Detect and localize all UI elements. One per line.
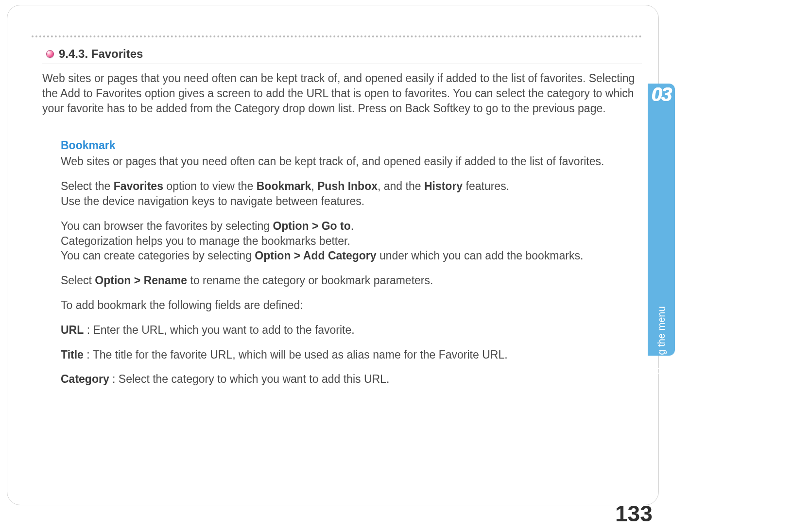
- chapter-label: Using the menu: [656, 306, 667, 374]
- text: Use the device navigation keys to naviga…: [61, 195, 364, 207]
- page-frame: 9.4.3. Favorites Web sites or pages that…: [7, 5, 659, 505]
- text: Categorization helps you to manage the b…: [61, 235, 350, 247]
- field-title-text: : The title for the favorite URL, which …: [84, 348, 508, 361]
- text: ,: [311, 180, 317, 192]
- field-url: URL : Enter the URL, which you want to a…: [61, 323, 642, 338]
- text: under which you can add the bookmarks.: [377, 249, 584, 262]
- text: option to view the: [163, 180, 257, 192]
- page-number: 133: [615, 500, 653, 527]
- section-intro: Web sites or pages that you need often c…: [42, 71, 642, 116]
- bold-option-rename: Option > Rename: [95, 274, 187, 287]
- bookmark-block: Bookmark Web sites or pages that you nee…: [61, 138, 642, 387]
- text: to rename the category or bookmark param…: [187, 274, 433, 287]
- bold-option-add-category: Option > Add Category: [255, 249, 376, 262]
- bookmark-p3: You can browser the favorites by selecti…: [61, 219, 642, 263]
- bookmark-p5: To add bookmark the following fields are…: [61, 298, 642, 313]
- bookmark-p2: Select the Favorites option to view the …: [61, 179, 642, 209]
- text: features.: [463, 180, 509, 192]
- text: Select the: [61, 180, 114, 192]
- field-category-text: : Select the category to which you want …: [109, 373, 390, 385]
- dotted-divider: [32, 35, 642, 37]
- section-title: 9.4.3. Favorites: [59, 47, 143, 61]
- bold-bookmark: Bookmark: [257, 180, 311, 192]
- chapter-number: 03: [648, 84, 675, 105]
- bookmark-p4: Select Option > Rename to rename the cat…: [61, 273, 642, 288]
- field-url-label: URL: [61, 324, 84, 336]
- text: Select: [61, 274, 95, 287]
- section-underline: [42, 64, 642, 64]
- field-url-text: : Enter the URL, which you want to add t…: [84, 324, 354, 336]
- text: , and the: [378, 180, 424, 192]
- field-category-label: Category: [61, 373, 109, 385]
- text: You can create categories by selecting: [61, 249, 255, 262]
- text: .: [351, 220, 354, 232]
- bold-push-inbox: Push Inbox: [317, 180, 378, 192]
- bold-favorites: Favorites: [114, 180, 163, 192]
- field-title-label: Title: [61, 348, 84, 361]
- text: You can browser the favorites by selecti…: [61, 220, 273, 232]
- field-title: Title : The title for the favorite URL, …: [61, 347, 642, 362]
- bookmark-p1: Web sites or pages that you need often c…: [61, 154, 642, 169]
- bold-history: History: [424, 180, 463, 192]
- bullet-icon: [46, 50, 54, 58]
- section-header: 9.4.3. Favorites: [46, 47, 642, 61]
- bold-option-goto: Option > Go to: [273, 220, 350, 232]
- chapter-tab: 03 Using the menu: [648, 84, 675, 356]
- page-content: 9.4.3. Favorites Web sites or pages that…: [32, 35, 642, 396]
- field-category: Category : Select the category to which …: [61, 372, 642, 387]
- bookmark-heading: Bookmark: [61, 138, 642, 153]
